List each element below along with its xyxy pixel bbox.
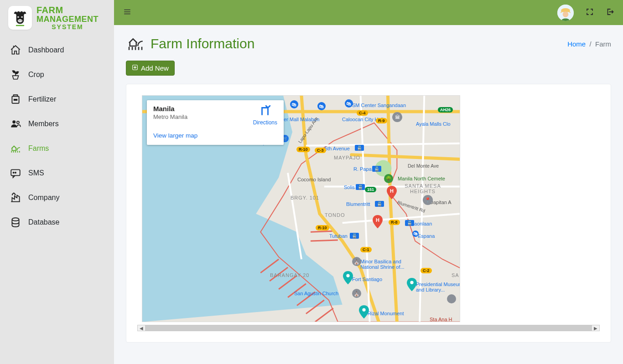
park-icon: 🌳 (384, 174, 393, 183)
logo-line2: MANAGEMENT (36, 15, 99, 24)
road-label: R-9 (376, 118, 387, 123)
breadcrumb-home[interactable]: Home (567, 40, 586, 48)
map-info-overlay: Manila Metro Manila Directions View larg… (147, 100, 284, 145)
poi-pin-icon (343, 271, 353, 285)
map-label: BARANGAY 20 (270, 272, 309, 278)
map-label: Laonlaan (411, 221, 432, 226)
svg-point-8 (12, 120, 16, 123)
map-label: 5th Avenue (325, 146, 350, 151)
scroll-left-icon[interactable]: ◀ (138, 325, 145, 331)
logo-line3: SYSTEM (36, 24, 99, 31)
map-label: Espana (418, 233, 435, 239)
map-label: Ayala Malls Clo (416, 121, 451, 127)
svg-text:H: H (390, 188, 394, 194)
map-label: SA (452, 272, 459, 278)
page-title-icon (126, 33, 145, 54)
map-label: Fort Santiago (352, 277, 382, 282)
logo: FARM MANAGEMENT SYSTEM (0, 0, 114, 35)
sidebar-item-label: SMS (28, 169, 44, 177)
map-card: SM Center Sangandaan er Mall Malabon Cal… (126, 84, 611, 343)
svg-point-13 (12, 218, 19, 221)
logo-icon (8, 6, 32, 30)
menu-toggle-icon[interactable] (123, 8, 131, 18)
directions-button[interactable]: Directions (253, 105, 277, 126)
database-icon (9, 216, 22, 229)
transit-icon: 🚆 (372, 166, 381, 172)
page-title: Farm Information (151, 36, 254, 51)
svg-point-9 (17, 121, 19, 123)
road-label: C-2 (421, 268, 432, 273)
user-avatar[interactable] (557, 5, 574, 21)
sidebar-item-members[interactable]: Members (0, 112, 114, 136)
svg-point-23 (362, 308, 365, 311)
horizontal-scrollbar[interactable]: ◀ ▶ (137, 325, 600, 331)
hospital-pin-icon: H (387, 186, 397, 200)
road-label: R-10 (296, 147, 310, 152)
add-new-button[interactable]: Add New (126, 61, 175, 76)
sidebar-item-label: Fertilizer (28, 95, 56, 103)
road-label: AH26 (438, 107, 453, 113)
farm-icon (9, 142, 22, 155)
plant-icon (9, 68, 22, 81)
road-label: R-8 (389, 220, 400, 225)
transit-icon: 🚆 (375, 201, 384, 207)
fullscreen-icon[interactable] (586, 8, 594, 18)
sidebar-item-company[interactable]: Company (0, 185, 114, 210)
directions-icon (259, 105, 271, 117)
house-icon (9, 44, 22, 56)
transit-icon: 🚆 (405, 220, 414, 226)
church-icon: ⛪ (352, 257, 361, 266)
svg-point-0 (17, 16, 19, 18)
svg-point-4 (21, 21, 21, 21)
view-larger-map-link[interactable]: View larger map (153, 132, 197, 139)
svg-point-3 (19, 21, 20, 21)
shop-icon: 🛍 (345, 99, 353, 108)
transit-icon: 🚆 (355, 145, 364, 151)
sidebar-item-label: Crop (28, 71, 44, 79)
map-label: SM Center Sangandaan (352, 103, 406, 108)
logout-icon[interactable] (606, 8, 614, 18)
sidebar-item-database[interactable]: Database (0, 210, 114, 235)
map-label: Blumentritt (346, 201, 370, 207)
map-label: Del Monte Ave (408, 163, 439, 169)
map-label: Tutuban (329, 233, 348, 239)
sidebar-item-label: Members (28, 120, 59, 128)
building-icon: 🏛 (392, 112, 402, 122)
map-label: Dapitan A (430, 200, 452, 205)
map[interactable]: SM Center Sangandaan er Mall Malabon Cal… (142, 95, 460, 322)
svg-point-12 (15, 172, 16, 173)
transit-icon: 🚆 (356, 184, 365, 190)
svg-point-22 (346, 274, 349, 277)
svg-point-24 (410, 281, 413, 284)
scroll-right-icon[interactable]: ▶ (592, 325, 599, 331)
shop-icon: 🛍 (412, 231, 419, 237)
map-label: Presidential Museum and Library... (416, 282, 460, 292)
add-new-label: Add New (141, 64, 169, 72)
plus-icon (132, 64, 138, 72)
map-label: Manila North Cemete (398, 176, 445, 181)
sms-icon (9, 167, 22, 179)
sidebar-item-label: Company (28, 194, 59, 202)
factory-icon (9, 191, 22, 204)
breadcrumb-sep: / (587, 40, 595, 48)
shop-icon: 🛍 (317, 102, 326, 110)
scrollbar-thumb[interactable] (145, 325, 592, 331)
sidebar-item-crop[interactable]: Crop (0, 62, 114, 87)
poi-pin-icon (407, 278, 417, 292)
sidebar-item-sms[interactable]: SMS (0, 161, 114, 185)
map-label: R. Papa (353, 166, 372, 172)
map-location-sub: Metro Manila (153, 113, 187, 120)
road-label: C-3 (315, 148, 326, 153)
breadcrumb-current: Farm (595, 40, 611, 48)
map-label: MAYPAJO (334, 155, 360, 160)
map-label: Sta Ana H (430, 317, 452, 322)
sidebar-item-fertilizer[interactable]: Fertilizer (0, 87, 114, 112)
svg-point-11 (13, 172, 14, 173)
logo-line1: FARM (36, 5, 99, 15)
map-label: Rizal Monument (368, 311, 404, 316)
church-icon: ⛪ (352, 289, 361, 298)
svg-point-16 (563, 11, 569, 17)
transit-icon: 🚆 (350, 233, 359, 239)
sidebar-item-dashboard[interactable]: Dashboard (0, 38, 114, 62)
sidebar-item-farms[interactable]: Farms (0, 136, 114, 161)
